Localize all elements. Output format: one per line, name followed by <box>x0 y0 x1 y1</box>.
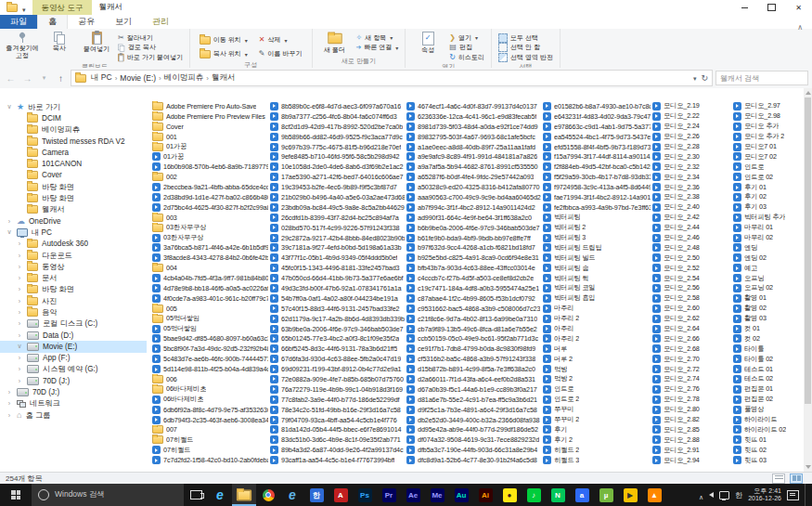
file-item[interactable]: 모디오_2.97 <box>731 101 803 111</box>
sidebar-item-cover[interactable]: Cover <box>0 170 147 181</box>
minimize-button[interactable] <box>731 0 758 15</box>
file-item[interactable]: 6db6f92a-8f8c-4d79-9e75-af35326368ca <box>150 405 268 415</box>
file-item[interactable]: 5bae9d42-df85-4680-8097-b60a63c3baac <box>150 333 268 344</box>
details-view-toggle[interactable] <box>772 474 785 484</box>
file-item[interactable]: d67a0b39-f5c1-44a6-b1e9-cc89b3f0a217 <box>405 384 541 395</box>
refresh-icon[interactable] <box>701 73 708 83</box>
file-item[interactable]: a9a7af5a-5b94-4682-8761-8991cf535550 <box>405 162 541 172</box>
file-item[interactable]: 8b589b0c-e6f8-4d7d-aec3-6f097a670a16 <box>268 101 405 111</box>
sidebar-item-twisted-messes[interactable]: Twisted messes RDA V2 <box>0 136 147 147</box>
file-item[interactable]: 03한자무구상 <box>150 233 268 243</box>
sidebar-item-network[interactable]: ›네트워크 <box>0 398 147 409</box>
file-item[interactable]: ea545524-4bc1-4f75-9d73-5437e6ae6bf1 <box>541 132 651 142</box>
sidebar-item-autodesk-360[interactable]: ›Autodesk 360 <box>0 239 147 250</box>
file-item[interactable]: df074a32-9508-4619-9c31-7ece8829232d <box>405 435 541 445</box>
file-item[interactable]: fe2fbbca-a993-4a9b-97bd-7e3ff638a2c0 <box>541 202 651 213</box>
file-item[interactable]: 모디오_2.66 <box>651 333 731 344</box>
internet-explorer-button[interactable]: e <box>280 484 304 506</box>
forward-button[interactable] <box>20 71 34 85</box>
file-item[interactable]: 모디오_2.80 <box>651 405 731 415</box>
file-item[interactable]: 5c483d7e-ae6b-46fc-900b-744445717fa3 <box>150 354 268 364</box>
file-item[interactable]: 06바다제비초 <box>150 395 268 405</box>
copy-path-button[interactable]: 경로 복사 <box>118 44 183 53</box>
photoshop-button[interactable]: Ps <box>353 484 377 506</box>
file-item[interactable]: aaa90563-c700-49c9-9c9e-bd4aa60465d2 <box>405 192 541 202</box>
file-item[interactable]: 모디오_2.19 <box>651 101 731 111</box>
folder-item[interactable]: 03한자무구상 <box>150 223 268 233</box>
clock[interactable]: 오후 2:41 2016-12-26 <box>748 487 781 503</box>
file-item[interactable]: b925e5bd-c825-4a91-8ca9-0cd6f94e8e31 <box>405 253 541 263</box>
file-item[interactable]: b97f632d-9cc4-4268-a1cb-f6821bd18fd7 <box>405 242 541 253</box>
file-item[interactable]: f5f29a59-30cb-4b17-b7d8-93db339b44a1 <box>541 172 651 182</box>
file-item[interactable]: 오프닝 02 <box>731 283 803 293</box>
file-item[interactable]: 빅터피팅 솜 <box>541 263 651 273</box>
sidebar-item-onedrive[interactable]: ›☁OneDrive <box>0 215 147 227</box>
task-view-button[interactable] <box>184 484 208 506</box>
expand-chevron-icon[interactable]: › <box>16 253 23 259</box>
file-item[interactable]: 49d3c3fd-b00f-47b6-92a1-078341761a1a <box>268 283 405 293</box>
edit-button[interactable]: 편집 <box>449 44 484 53</box>
sidebar-item-quick-access[interactable]: ∨★바로 가기 <box>0 101 147 112</box>
file-item[interactable]: 57c40f15-88d3-44f6-9131-2457bad33fe2 <box>268 304 405 314</box>
file-item[interactable]: 모디오_2.54 <box>651 273 731 283</box>
file-item[interactable]: 63b9be0a-2006-4f6e-97c9-346bab503de7 <box>268 324 405 334</box>
file-item[interactable]: 66bf5245-8d3c-44f6-9131-78a3b6d21ff5 <box>268 344 405 354</box>
file-item[interactable]: 후기 03 <box>731 202 803 213</box>
file-item[interactable]: 모디오_2.36 <box>651 182 731 192</box>
file-item[interactable]: 모디오_2.91 <box>651 445 731 455</box>
file-item[interactable]: f15a7994-3f17-44df-8114-a90114245c21 <box>541 151 651 162</box>
file-item[interactable]: 모디오_2.30 <box>651 151 731 162</box>
expand-chevron-icon[interactable]: ∨ <box>16 343 23 350</box>
file-item[interactable]: 마주리 2 <box>541 314 651 324</box>
sidebar-item-pictures[interactable]: ›사진 <box>0 295 147 306</box>
file-item[interactable]: 7c7d2fd2-1f58-42c0-bd10-2ab0fdeba9b2 <box>150 455 268 465</box>
expand-chevron-icon[interactable]: › <box>6 218 13 225</box>
file-item[interactable]: cb7a9f89-13b5-49c6-8fca-d81a6e7b55e2 <box>405 324 541 334</box>
file-item[interactable]: 모디오_2.32 <box>651 162 731 172</box>
file-item[interactable]: ccb50159-05c0-49e9-bc61-95f2ab771d3c <box>405 333 541 344</box>
sidebar-item-app-f[interactable]: ›App (F:) <box>0 353 147 364</box>
file-item[interactable]: 편집본 01 <box>731 384 803 395</box>
sidebar-item-system-reserved-g[interactable]: ›시스템 예약 (G:) <box>0 364 147 375</box>
expand-chevron-icon[interactable]: › <box>16 332 23 339</box>
illustrator-button[interactable]: Ai <box>473 484 497 506</box>
file-item[interactable]: 29c2872a-9217-42b4-8bbb-84ed8023b90b <box>268 233 405 243</box>
sidebar-item-camera[interactable]: Camera <box>0 147 147 158</box>
file-item[interactable]: 하이라이트 02 <box>731 425 803 435</box>
folder-item[interactable]: 004 <box>150 263 268 273</box>
file-item[interactable]: 모디오_2.46 <box>651 233 731 243</box>
naver-button[interactable]: N <box>546 484 570 506</box>
sidebar-item-documents[interactable]: ›문서 <box>0 272 147 283</box>
file-item[interactable]: 5bc8f90f-7a3d-49dc-92d5-232f92b480bb <box>150 344 268 354</box>
volume-icon[interactable] <box>709 492 714 498</box>
file-item[interactable]: a65287f6-b0df-4fe4-9fdc-29e57442a093 <box>405 172 541 182</box>
file-item[interactable]: 컷 01 <box>731 324 803 334</box>
file-item[interactable]: 8cf2d1d9-42d9-417b-8992-520d2be7ca0b <box>268 122 405 132</box>
back-button[interactable] <box>4 71 18 85</box>
file-item[interactable]: dd95e42a-ab9e-44f0-b77d-299df186de52 <box>405 425 541 435</box>
file-item[interactable]: 9c697b39-775c-4675-81f5-b96d218e70ef <box>268 142 405 152</box>
file-item[interactable]: d9f25c1a-7b3e-4891-a6c4-29f3d16a7c58 <box>405 405 541 415</box>
file-item[interactable]: 모디오_2.72 <box>651 364 731 374</box>
copy-to-button[interactable]: 복사 위치 <box>197 47 251 60</box>
file-item[interactable]: 타이틀 02 <box>731 354 803 364</box>
file-item[interactable]: b6b9be0a-2006-4f6e-97c9-346bab503de7 <box>405 223 541 233</box>
file-item[interactable]: dfb5a3c7-190e-44fb-903d-66c31a8e29b4 <box>405 445 541 455</box>
file-item[interactable]: d15b872b-b891-4c99-8f5a-7e3ff638a2c0 <box>405 364 541 374</box>
file-item[interactable]: 후기 01 <box>731 182 803 192</box>
network-icon[interactable] <box>719 491 729 500</box>
file-item[interactable]: 62d1179a-9c17-4a2b-8b6d-4d8393db339b <box>268 314 405 324</box>
file-item[interactable]: d81a6e7b-55e2-4c91-b7ea-ff5c9a3b6d21 <box>405 395 541 405</box>
copy-button[interactable]: 복사 <box>41 31 78 52</box>
sidebar-item-music[interactable]: ›음악 <box>0 306 147 318</box>
folder-item[interactable]: Adobe Premiere Pro Auto-Save <box>150 101 268 111</box>
expand-chevron-icon[interactable]: › <box>16 355 23 361</box>
contextual-tab-group-label[interactable]: 동영상 도구 <box>32 0 93 15</box>
file-item[interactable]: 빅터피팅 3 <box>541 233 651 243</box>
file-item[interactable]: 모디오_2.52 <box>651 263 731 273</box>
recent-locations-chevron-icon[interactable] <box>37 71 51 85</box>
language-indicator[interactable]: 한 <box>735 490 742 500</box>
file-item[interactable]: 10e1058d-2de0-4de6-8ab6-d3f69b2e1ac2 <box>268 162 405 172</box>
address-field[interactable]: 내 PC›Movie (E:)›베이멍피츄›웰캐서 <box>71 70 713 86</box>
breadcrumb-segment[interactable]: 베이멍피츄 <box>161 72 207 84</box>
